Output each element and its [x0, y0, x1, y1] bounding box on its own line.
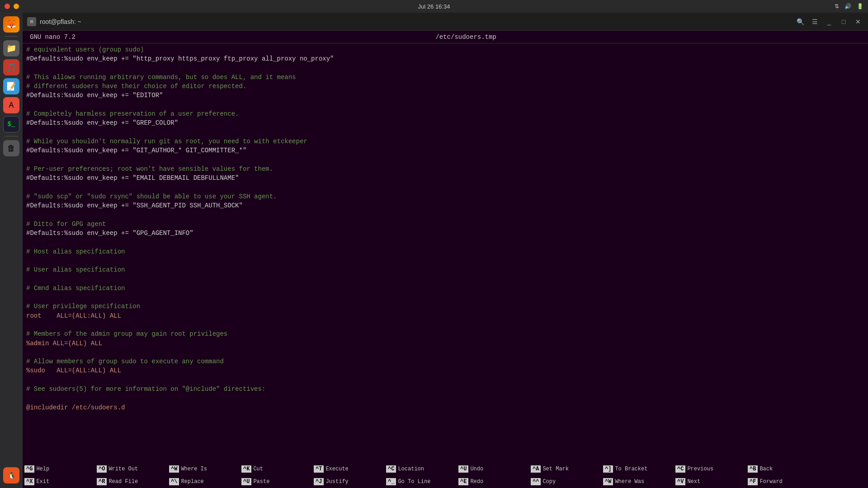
editor-line: #Defaults:%sudo env_keep += "GIT_AUTHOR_…	[26, 146, 864, 155]
shortcut-label: Copy	[542, 479, 556, 485]
sidebar-separator	[5, 36, 18, 37]
shortcut-label: Forward	[760, 479, 782, 485]
datetime: Jul 26 16:34	[418, 3, 450, 10]
shortcut-item[interactable]: ^UPaste	[240, 475, 312, 488]
minimize-button[interactable]: _	[824, 16, 835, 27]
shortcut-key: ^R	[97, 478, 107, 485]
shortcut-row-1: ^GHelp^OWrite Out^WWhere Is^KCut^TExecut…	[23, 463, 868, 475]
shortcut-item[interactable]: ^VNext	[674, 475, 746, 488]
shortcut-item[interactable]: ^BBack	[746, 463, 818, 475]
shortcut-key: ^W	[169, 465, 179, 473]
editor-line: # Completely harmless preservation of a …	[26, 109, 864, 118]
nano-header-spacer	[856, 33, 861, 41]
shortcut-item[interactable]: ^GHelp	[23, 463, 95, 475]
shortcut-key: ^V	[675, 478, 685, 485]
editor-line: %sudo ALL=(ALL:ALL) ALL	[26, 366, 864, 375]
sidebar-icon-terminal[interactable]: $_	[3, 116, 19, 132]
terminal-titlebar-controls: 🔍 ☰ _ □ ✕	[795, 16, 863, 27]
shortcut-label: Set Mark	[542, 466, 569, 472]
shortcut-label: Cut	[253, 466, 263, 472]
shortcut-item[interactable]: ^ASet Mark	[529, 463, 601, 475]
terminal-window: ⊞ root@pflash: ~ 🔍 ☰ _ □ ✕ GNU nano 7.2 …	[23, 13, 868, 488]
editor-line: # This allows running arbitrary commands…	[26, 73, 864, 82]
shortcut-item[interactable]: ^\Replace	[167, 475, 240, 488]
shortcut-item[interactable]: ^FForward	[746, 475, 818, 488]
shortcut-key: ^A	[531, 465, 541, 473]
editor-line: #Defaults:%sudo env_keep += "GPG_AGENT_I…	[26, 229, 864, 238]
sidebar-icon-installer[interactable]: A	[3, 97, 19, 113]
editor-line	[26, 274, 864, 283]
editor-line	[26, 64, 864, 73]
terminal-title: root@pflash: ~	[40, 18, 81, 25]
editor-line: # Per-user preferences; root won't have …	[26, 164, 864, 174]
shortcut-item[interactable]: ^ERedo	[457, 475, 529, 488]
shortcut-label: Execute	[326, 466, 348, 472]
sidebar-icon-ubuntu[interactable]: 🐧	[3, 467, 19, 483]
maximize-button[interactable]: □	[838, 16, 849, 27]
editor-content[interactable]: # equivalent users (group sudo)#Defaults…	[23, 43, 868, 463]
editor-line: @includedir /etc/sudoers.d	[26, 403, 864, 412]
shortcut-label: Redo	[470, 479, 483, 485]
editor-line	[26, 320, 864, 329]
shortcut-item[interactable]: ^CPrevious	[674, 463, 746, 475]
shortcut-label: Location	[398, 466, 424, 472]
editor-line: # Allow members of group sudo to execute…	[26, 357, 864, 366]
editor-line: # "sudo scp" or "sudo rsync" should be a…	[26, 192, 864, 201]
shortcut-item[interactable]: ^OWrite Out	[95, 463, 167, 475]
shortcut-item[interactable]: ^RRead File	[95, 475, 167, 488]
battery-icon: 🔋	[857, 3, 863, 9]
shortcut-label: Next	[687, 479, 700, 485]
editor-line: # Members of the admin group may gain ro…	[26, 329, 864, 338]
shortcut-key: ^_	[386, 478, 396, 485]
editor-line	[26, 238, 864, 247]
editor-line: #Defaults:%sudo env_keep += "EMAIL DEBEM…	[26, 174, 864, 183]
shortcut-item[interactable]: ^KCut	[240, 463, 312, 475]
editor-line	[26, 183, 864, 192]
shortcut-item[interactable]: ^CLocation	[384, 463, 457, 475]
sidebar-icon-files[interactable]: 📁	[3, 40, 19, 56]
shortcut-item[interactable]: ^TExecute	[312, 463, 384, 475]
shortcut-label: Exit	[36, 479, 49, 485]
shortcut-item[interactable]: ^WWhere Is	[167, 463, 240, 475]
system-bar: Jul 26 16:34 ⇅ 🔊 🔋	[0, 0, 868, 13]
shortcut-item[interactable]: ^]To Bracket	[601, 463, 674, 475]
shortcut-item[interactable]: ^^Copy	[529, 475, 601, 488]
editor-line: #Defaults:%sudo env_keep += "SSH_AGENT_P…	[26, 201, 864, 210]
search-button[interactable]: 🔍	[795, 16, 806, 27]
shortcut-item[interactable]: ^WWhere Was	[601, 475, 674, 488]
shortcut-label: Write Out	[108, 466, 138, 472]
editor-line	[26, 128, 864, 137]
shortcut-key: ^W	[603, 478, 613, 485]
shortcut-label: Back	[760, 466, 773, 472]
editor-line: # equivalent users (group sudo)	[26, 45, 864, 54]
close-button[interactable]: ✕	[853, 16, 863, 27]
system-tray: ⇅ 🔊 🔋	[835, 3, 863, 9]
shortcut-label: Previous	[687, 466, 713, 472]
shortcut-key: ^K	[241, 465, 251, 473]
shortcut-label: Help	[36, 466, 49, 472]
shortcut-label: Paste	[253, 479, 269, 485]
editor-line: # User alias specification	[26, 265, 864, 274]
sidebar-icon-notes[interactable]: 📝	[3, 78, 19, 94]
shortcut-item[interactable]: ^XExit	[23, 475, 95, 488]
volume-icon: 🔊	[844, 3, 851, 9]
sidebar-icon-trash[interactable]: 🗑	[3, 140, 19, 156]
nano-header: GNU nano 7.2 /etc/sudoers.tmp	[23, 31, 868, 43]
editor-line	[26, 375, 864, 385]
menu-button[interactable]: ☰	[809, 16, 820, 27]
sidebar-icon-firefox[interactable]: 🦊	[3, 16, 19, 33]
shortcut-item[interactable]: ^UUndo	[457, 463, 529, 475]
editor-line	[26, 293, 864, 302]
terminal-tab-icon: ⊞	[27, 17, 36, 26]
shortcut-item[interactable]: ^_Go To Line	[384, 475, 457, 488]
dot-red	[5, 4, 10, 9]
shortcut-key: ^J	[314, 478, 324, 485]
shortcut-key: ^F	[748, 478, 758, 485]
nano-filename: /etc/sudoers.tmp	[435, 33, 496, 41]
sidebar-icon-music[interactable]: 🎵	[3, 59, 19, 75]
shortcut-item[interactable]: ^JJustify	[312, 475, 384, 488]
shortcut-label: Replace	[181, 479, 203, 485]
shortcut-label: Undo	[470, 466, 483, 472]
system-bar-left	[5, 4, 19, 9]
terminal-titlebar: ⊞ root@pflash: ~ 🔍 ☰ _ □ ✕	[23, 13, 868, 31]
